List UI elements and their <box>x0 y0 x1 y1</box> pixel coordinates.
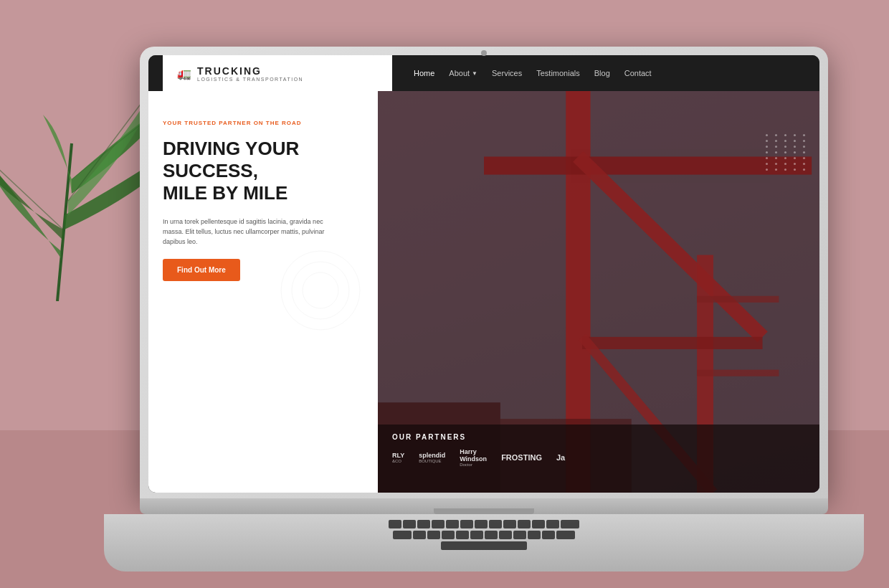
screen-bezel: 🚛 TRUCKING LOGISTICS & TRANSPORTATION Ho… <box>148 55 819 493</box>
laptop: 🚛 TRUCKING LOGISTICS & TRANSPORTATION Ho… <box>104 47 864 572</box>
key <box>460 520 473 528</box>
key <box>528 531 541 539</box>
partner-ja: Ja <box>556 453 565 462</box>
key <box>417 520 430 528</box>
laptop-keyboard <box>104 514 864 572</box>
hero-right-panel: for(let i = 0; i < 35; i++) { document.c… <box>378 91 819 493</box>
svg-point-6 <box>303 272 338 308</box>
svg-rect-10 <box>484 156 812 174</box>
key <box>413 531 426 539</box>
key <box>518 520 531 528</box>
keyboard-row-1 <box>147 520 821 528</box>
website-screen: 🚛 TRUCKING LOGISTICS & TRANSPORTATION Ho… <box>148 55 819 493</box>
about-chevron-icon: ▼ <box>472 70 477 77</box>
keyboard-rows <box>104 514 864 550</box>
keyboard-row-3 <box>147 541 821 550</box>
key <box>556 531 575 539</box>
partners-section: OUR PARTNERS RLY &CO splendid BOUTIQUE <box>378 425 819 493</box>
hero-tagline: YOUR TRUSTED PARTNER ON THE ROAD <box>163 120 363 126</box>
nav-blog[interactable]: Blog <box>594 69 610 77</box>
cta-button[interactable]: Find Out More <box>163 259 240 281</box>
keyboard-row-2 <box>147 531 821 539</box>
svg-rect-13 <box>582 337 762 349</box>
nav-contact[interactable]: Contact <box>624 69 652 77</box>
hero-headline: DRIVING YOUR SUCCESS, MILE BY MILE <box>163 138 363 205</box>
laptop-camera <box>481 50 487 56</box>
key <box>427 531 440 539</box>
key <box>499 531 512 539</box>
partners-title: OUR PARTNERS <box>392 433 805 441</box>
key <box>489 520 502 528</box>
main-content: YOUR TRUSTED PARTNER ON THE ROAD DRIVING… <box>148 91 819 493</box>
key <box>546 520 559 528</box>
key <box>503 520 516 528</box>
key <box>470 531 483 539</box>
svg-point-4 <box>281 251 360 330</box>
nav-services[interactable]: Services <box>492 69 522 77</box>
key <box>532 520 545 528</box>
key <box>542 531 555 539</box>
svg-rect-17 <box>697 296 779 303</box>
partner-splendid: splendid BOUTIQUE <box>419 452 445 463</box>
key <box>442 531 455 539</box>
laptop-screen-outer: 🚛 TRUCKING LOGISTICS & TRANSPORTATION Ho… <box>140 47 828 498</box>
svg-point-5 <box>292 262 349 319</box>
circle-decoration <box>277 247 363 336</box>
svg-rect-18 <box>697 370 779 376</box>
key <box>432 520 444 528</box>
nav-about[interactable]: About ▼ <box>449 69 477 77</box>
hero-left-panel: YOUR TRUSTED PARTNER ON THE ROAD DRIVING… <box>148 91 378 493</box>
key <box>561 520 579 528</box>
partner-frosting: FROSTING <box>501 453 542 462</box>
truck-icon: 🚛 <box>177 67 191 80</box>
key <box>389 520 401 528</box>
logo-title: TRUCKING <box>197 65 303 77</box>
hero-headline-line2: MILE BY MILE <box>163 182 363 204</box>
navbar: 🚛 TRUCKING LOGISTICS & TRANSPORTATION Ho… <box>148 55 819 91</box>
partners-logos: RLY &CO splendid BOUTIQUE Harry Windson <box>392 448 805 467</box>
key <box>475 520 488 528</box>
nav-testimonials[interactable]: Testimonials <box>536 69 580 77</box>
partner-harry: Harry Windson Doctor <box>460 448 487 467</box>
key <box>485 531 498 539</box>
key <box>403 520 416 528</box>
hero-headline-line1: DRIVING YOUR SUCCESS, <box>163 138 363 182</box>
nav-logo: 🚛 TRUCKING LOGISTICS & TRANSPORTATION <box>163 55 392 91</box>
key <box>393 531 412 539</box>
laptop-base <box>140 498 828 514</box>
nav-links: Home About ▼ Services Testimonials Blog … <box>392 69 652 77</box>
spacebar-key <box>441 541 527 550</box>
dot-pattern-decoration: for(let i = 0; i < 35; i++) { document.c… <box>766 134 809 171</box>
key <box>513 531 526 539</box>
partner-rly: RLY &CO <box>392 452 404 463</box>
hero-body-text: In urna torek pellentesque id sagittis l… <box>163 217 335 247</box>
nav-home[interactable]: Home <box>414 69 434 77</box>
logo-text: TRUCKING LOGISTICS & TRANSPORTATION <box>197 65 303 82</box>
logo-subtitle: LOGISTICS & TRANSPORTATION <box>197 77 303 82</box>
key <box>456 531 469 539</box>
key <box>446 520 459 528</box>
